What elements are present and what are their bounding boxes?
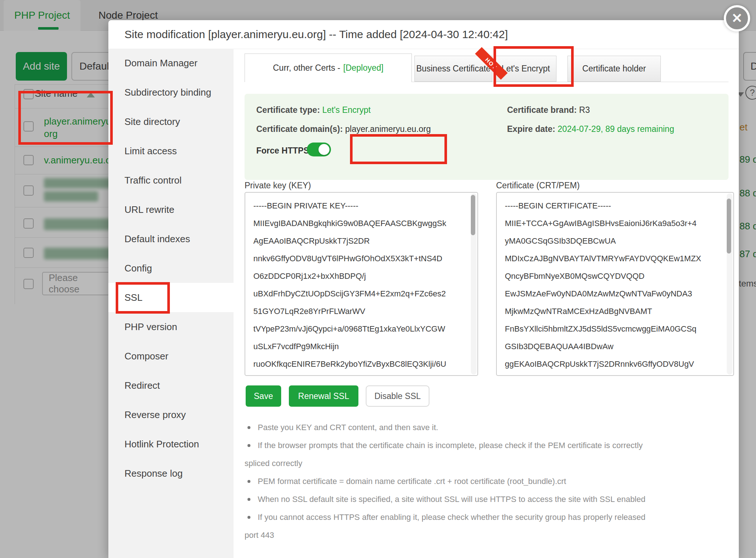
force-https-toggle[interactable] — [307, 143, 331, 156]
certificate-brand-label: Certificate brand: — [507, 105, 577, 115]
scrollbar-thumb[interactable] — [471, 195, 475, 235]
site-modification-dialog: Site modification [player.animeryu.eu.or… — [108, 20, 739, 558]
certificate-textarea[interactable]: -----BEGIN CERTIFICATE----- MIIE+TCCA+Gg… — [497, 193, 733, 375]
disable-ssl-button[interactable]: Disable SSL — [366, 385, 429, 407]
tab-lets-encrypt[interactable]: Let's Encrypt — [495, 56, 556, 82]
note-line: When no SSL default site is specified, a… — [245, 490, 735, 508]
ssl-notes-list: Paste you KEY and CRT content, and then … — [245, 418, 735, 544]
bullet-icon — [247, 516, 250, 519]
private-key-label: Private key (KEY) — [245, 181, 311, 191]
tab-current-certs[interactable]: Curr, other Certs - [Deployed] — [245, 53, 412, 82]
certificate-domain-row: Certificate domain(s): player.animeryu.e… — [256, 124, 431, 134]
sidebar-item-site-directory[interactable]: Site directory — [108, 107, 234, 136]
sidebar-item-hotlink-protection[interactable]: Hotlink Protection — [108, 429, 234, 459]
sidebar-item-ssl[interactable]: SSL — [108, 283, 234, 312]
sidebar-item-composer[interactable]: Composer — [108, 341, 234, 371]
certificate-type-label: Certificate type: — [256, 105, 320, 115]
sidebar-item-response-log[interactable]: Response log — [108, 459, 234, 488]
private-key-field-wrap: -----BEGIN PRIVATE KEY----- MIIEvgIBADAN… — [245, 192, 478, 376]
sidebar-item-traffic-control[interactable]: Traffic control — [108, 166, 234, 195]
certificate-scrollbar[interactable] — [727, 193, 733, 374]
note-line: If the browser prompts that the certific… — [245, 436, 735, 454]
sidebar-item-limit-access[interactable]: Limit access — [108, 136, 234, 166]
toggle-knob — [319, 144, 329, 155]
note-text: spliced correctly — [245, 454, 302, 472]
bullet-icon — [247, 480, 250, 483]
renewal-ssl-button[interactable]: Renewal SSL — [289, 385, 358, 407]
sidebar-item-php-version[interactable]: PHP version — [108, 312, 234, 341]
note-line: If you cannot access HTTPS after enablin… — [245, 508, 735, 526]
force-https-label: Force HTTPS: — [256, 146, 312, 156]
sidebar-item-config[interactable]: Config — [108, 254, 234, 283]
sidebar-item-url-rewrite[interactable]: URL rewrite — [108, 195, 234, 224]
note-line: Paste you KEY and CRT content, and then … — [245, 418, 735, 436]
sidebar-item-subdirectory-binding[interactable]: Subdirectory binding — [108, 78, 234, 107]
sidebar-item-reverse-proxy[interactable]: Reverse proxy — [108, 400, 234, 429]
dialog-sidebar: Domain ManagerSubdirectory bindingSite d… — [108, 49, 234, 558]
screen: PHP Project Node Project Add site Defaul… — [0, 0, 756, 558]
note-text: If the browser prompts that the certific… — [258, 436, 643, 454]
expire-date-value: 2024-07-29, 89 days remaining — [558, 124, 674, 134]
private-key-scrollbar[interactable] — [471, 193, 477, 374]
certificate-domain-value: player.animeryu.eu.org — [345, 124, 431, 134]
bullet-icon — [247, 444, 250, 447]
tab-certificate-holder[interactable]: Certificate holder — [567, 56, 661, 82]
save-button[interactable]: Save — [246, 385, 281, 407]
tab-current-certs-label: Curr, other Certs - — [273, 63, 340, 73]
close-icon[interactable]: ✕ — [724, 5, 750, 32]
note-text: When no SSL default site is specified, a… — [258, 490, 645, 508]
note-text: If you cannot access HTTPS after enablin… — [258, 508, 645, 526]
certificate-pem-label: Certificate (CRT/PEM) — [496, 181, 580, 191]
private-key-textarea[interactable]: -----BEGIN PRIVATE KEY----- MIIEvgIBADAN… — [245, 193, 477, 375]
deployed-badge: [Deployed] — [343, 63, 384, 73]
certificate-domain-label: Certificate domain(s): — [256, 124, 343, 134]
certificate-type-value: Let's Encrypt — [322, 105, 370, 115]
sidebar-item-default-indexes[interactable]: Default indexes — [108, 224, 234, 254]
note-line: port 443 — [245, 526, 735, 544]
note-text: Paste you KEY and CRT content, and then … — [258, 418, 438, 436]
certificate-field-wrap: -----BEGIN CERTIFICATE----- MIIE+TCCA+Gg… — [496, 192, 734, 376]
note-line: PEM format certificate = domain name cer… — [245, 472, 735, 490]
dialog-title: Site modification [player.animeryu.eu.or… — [124, 20, 508, 49]
sidebar-item-domain-manager[interactable]: Domain Manager — [108, 48, 234, 78]
note-text: port 443 — [245, 526, 274, 544]
certificate-type-row: Certificate type: Let's Encrypt — [256, 105, 370, 115]
certificate-brand-value: R3 — [579, 105, 590, 115]
expire-date-row: Expire date: 2024-07-29, 89 days remaini… — [507, 124, 674, 134]
certificate-brand-row: Certificate brand: R3 — [507, 105, 590, 115]
bullet-icon — [247, 426, 250, 429]
note-line: spliced correctly — [245, 454, 735, 472]
note-text: PEM format certificate = domain name cer… — [258, 472, 566, 490]
sidebar-item-redirect[interactable]: Redirect — [108, 371, 234, 400]
bullet-icon — [247, 498, 250, 501]
scrollbar-thumb[interactable] — [727, 199, 731, 254]
expire-date-label: Expire date: — [507, 124, 555, 134]
